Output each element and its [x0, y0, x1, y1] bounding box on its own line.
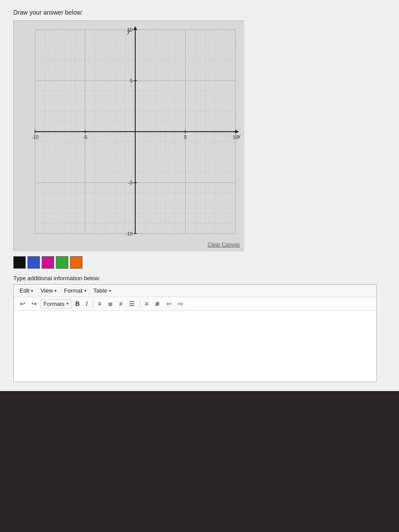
unordered-list-button[interactable]: ≡ [142, 299, 151, 309]
editor-container: Edit ▾ View ▾ Format ▾ Table ▾ ↩ ↪ Forma… [13, 284, 377, 382]
align-center-button[interactable]: ≣ [105, 299, 116, 309]
swatch-orange[interactable] [70, 256, 82, 269]
menu-table[interactable]: Table ▾ [91, 286, 113, 295]
swatch-blue[interactable] [27, 256, 40, 269]
align-left-button[interactable]: ≡ [95, 299, 104, 309]
clear-canvas-button[interactable]: Clear Canvas [207, 242, 240, 248]
toolbar-formats[interactable]: Formats ▾ [40, 299, 72, 309]
view-arrow-icon: ▾ [55, 289, 57, 293]
toolbar-separator-1 [93, 299, 93, 308]
color-swatches [13, 256, 386, 269]
table-arrow-icon: ▾ [109, 289, 111, 293]
edit-arrow-icon: ▾ [31, 289, 33, 293]
indent-button[interactable]: ⇨ [175, 299, 186, 309]
format-arrow-icon: ▾ [84, 289, 86, 293]
type-label: Type additional information below: [13, 275, 386, 282]
align-justify-button[interactable]: ☰ [126, 299, 137, 309]
italic-button[interactable]: I [83, 299, 90, 309]
menu-format[interactable]: Format ▾ [62, 286, 88, 295]
dark-footer [0, 391, 399, 532]
swatch-black[interactable] [13, 256, 26, 269]
swatch-pink[interactable] [42, 256, 54, 269]
bold-button[interactable]: B [73, 299, 82, 309]
undo-button[interactable]: ↩ [17, 299, 28, 309]
redo-button[interactable]: ↪ [29, 299, 39, 309]
editor-menubar: Edit ▾ View ▾ Format ▾ Table ▾ [14, 285, 376, 297]
align-right-button[interactable]: ≠ [117, 299, 125, 309]
menu-edit[interactable]: Edit ▾ [17, 286, 35, 295]
menu-view[interactable]: View ▾ [38, 286, 59, 295]
ordered-list-button[interactable]: ≢ [152, 299, 163, 309]
graph-canvas-container[interactable]: Clear Canvas [13, 20, 244, 251]
swatch-green[interactable] [56, 256, 68, 269]
editor-toolbar: ↩ ↪ Formats ▾ B I ≡ ≣ ≠ ☰ ≡ ≢ ⇦ ⇨ [14, 297, 376, 311]
outdent-button[interactable]: ⇦ [164, 299, 174, 309]
draw-label: Draw your answer below: [13, 9, 386, 16]
formats-arrow-icon: ▾ [66, 301, 69, 306]
toolbar-separator-2 [140, 299, 140, 308]
editor-body[interactable] [14, 311, 376, 382]
